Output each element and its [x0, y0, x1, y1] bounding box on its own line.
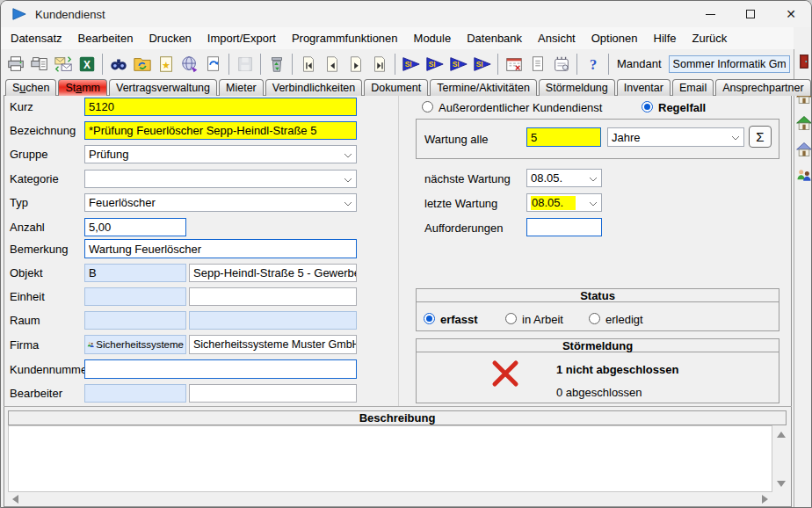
tab-ansprechpartner[interactable]: Ansprechpartner: [715, 79, 810, 96]
scroll-down-arrow[interactable]: [777, 481, 786, 487]
tab-inventar[interactable]: Inventar: [617, 79, 671, 96]
exit-door-icon[interactable]: [795, 51, 812, 72]
wartung-alle-input[interactable]: [526, 127, 601, 147]
save-icon[interactable]: [233, 52, 257, 76]
help-icon[interactable]: ?: [581, 52, 605, 76]
anzahl-input[interactable]: [84, 218, 186, 236]
naechste-wartung-dropdown[interactable]: 08.05.: [526, 169, 602, 187]
chevron-down-icon: [344, 201, 352, 207]
tab-termine-aktivitaeten[interactable]: Termine/Aktivitäten: [430, 79, 537, 96]
kundennummer-input[interactable]: [84, 359, 357, 379]
web-icon[interactable]: [178, 52, 201, 76]
scroll-left-arrow[interactable]: [12, 495, 18, 504]
nav-prev-icon[interactable]: [320, 52, 344, 76]
typ-value: Feuerlöscher: [89, 196, 156, 209]
section-divider: [4, 406, 792, 407]
close-button[interactable]: ✕: [771, 1, 811, 27]
tab-vertragsverwaltung[interactable]: Vertragsverwaltung: [109, 79, 217, 96]
house-blue-icon[interactable]: [795, 139, 812, 160]
beschreibung-textarea[interactable]: [8, 425, 772, 492]
menu-datenbank[interactable]: Datenbank: [459, 28, 530, 48]
print-list-icon[interactable]: [27, 52, 51, 76]
letzte-wartung-dropdown[interactable]: 08.05.: [526, 193, 602, 212]
menu-bearbeiten[interactable]: Bearbeiten: [70, 28, 141, 48]
menu-drucken[interactable]: Drucken: [141, 28, 199, 48]
toolbar: X ★: [1, 49, 794, 78]
firma-name-field[interactable]: Sicherheitssysteme Muster GmbH: [189, 335, 357, 354]
menu-zurueck[interactable]: Zurück: [685, 28, 736, 48]
einheit-code-field[interactable]: [84, 287, 186, 306]
si-module-3-icon[interactable]: SI: [446, 52, 470, 76]
maximize-button[interactable]: [730, 1, 771, 27]
new-entry-icon[interactable]: ★: [154, 52, 178, 76]
kundennummer-label: Kundennummer: [10, 363, 91, 376]
letzte-wartung-label: letzte Wartung: [424, 197, 497, 210]
radio-regelfall[interactable]: [642, 101, 653, 112]
raum-name-field[interactable]: [189, 311, 357, 330]
excel-export-icon[interactable]: X: [75, 52, 98, 76]
gruppe-dropdown[interactable]: Prüfung: [84, 145, 357, 163]
objekt-code-field[interactable]: B: [84, 264, 186, 282]
typ-label: Typ: [10, 196, 28, 209]
svg-text:X: X: [83, 58, 91, 70]
tab-stamm[interactable]: Stamm: [58, 79, 107, 96]
menu-optionen[interactable]: Optionen: [584, 28, 646, 48]
tab-mieter[interactable]: Mieter: [219, 79, 264, 96]
wartung-einheit-dropdown[interactable]: Jahre: [607, 127, 744, 147]
menu-import-export[interactable]: Import/Export: [199, 28, 284, 48]
print-icon[interactable]: [4, 52, 27, 76]
chevron-down-icon: [589, 177, 598, 182]
scroll-right-arrow[interactable]: [762, 495, 768, 504]
nav-last-icon[interactable]: [367, 52, 391, 76]
refresh-record-icon[interactable]: [201, 52, 225, 76]
contacts-icon[interactable]: [795, 165, 812, 186]
aufforderungen-input[interactable]: [526, 218, 602, 236]
kategorie-dropdown[interactable]: [84, 170, 357, 188]
delete-icon[interactable]: [265, 52, 288, 76]
si-module-1-icon[interactable]: SI: [399, 52, 423, 76]
bemerkung-input[interactable]: [84, 239, 357, 258]
tab-email[interactable]: Email: [672, 79, 714, 96]
letzte-wartung-value: 08.05.: [531, 196, 576, 210]
menu-hilfe[interactable]: Hilfe: [646, 28, 685, 48]
bearbeiter-name-field[interactable]: [189, 384, 357, 403]
folder-refresh-icon[interactable]: [130, 52, 154, 76]
scroll-up-arrow[interactable]: [777, 432, 786, 438]
menu-datensatz[interactable]: Datensatz: [3, 28, 70, 48]
bezeichnung-input[interactable]: [84, 121, 357, 140]
raum-label: Raum: [10, 314, 40, 327]
tab-verbindlichkeiten[interactable]: Verbindlichkeiten: [265, 79, 363, 96]
si-module-4-icon[interactable]: SI: [470, 52, 494, 76]
menu-programmfunktionen[interactable]: Programmfunktionen: [284, 28, 406, 48]
firma-code-field[interactable]: Sicherheitssysteme: [84, 335, 186, 354]
kurz-input[interactable]: [84, 98, 357, 116]
tab-stoermeldung[interactable]: Störmeldung: [539, 79, 615, 96]
organizer-icon[interactable]: [549, 52, 573, 76]
search-icon[interactable]: [106, 52, 130, 76]
tab-suchen[interactable]: Suchen: [5, 79, 56, 96]
menu-module[interactable]: Module: [406, 28, 460, 48]
raum-code-field[interactable]: [84, 311, 186, 330]
minimize-button[interactable]: [690, 1, 730, 27]
mail-sync-icon[interactable]: [51, 52, 75, 76]
objekt-name-field[interactable]: Sepp-Heindl-Straße 5 - Gewerbe / Miet: [189, 264, 357, 282]
radio-erledigt[interactable]: [589, 313, 600, 324]
sum-button[interactable]: Σ: [749, 126, 772, 148]
typ-dropdown[interactable]: Feuerlöscher: [84, 193, 357, 212]
menu-ansicht[interactable]: Ansicht: [530, 28, 584, 48]
bearbeiter-code-field[interactable]: [84, 384, 186, 403]
nav-next-icon[interactable]: [344, 52, 367, 76]
aufforderungen-label: Aufforderungen: [424, 221, 503, 235]
nav-first-icon[interactable]: [296, 52, 320, 76]
house-green-icon[interactable]: [795, 112, 812, 134]
document-icon[interactable]: [526, 52, 549, 76]
radio-erfasst[interactable]: [424, 313, 435, 324]
radio-ausserordentlich[interactable]: [422, 101, 433, 112]
kategorie-label: Kategorie: [10, 172, 59, 185]
tab-dokument[interactable]: Dokument: [364, 79, 428, 96]
mandant-input[interactable]: [669, 55, 790, 73]
radio-in-arbeit[interactable]: [505, 313, 517, 324]
einheit-name-field[interactable]: [189, 287, 357, 306]
calendar-icon[interactable]: [502, 52, 526, 76]
si-module-2-icon[interactable]: SI: [423, 52, 446, 76]
